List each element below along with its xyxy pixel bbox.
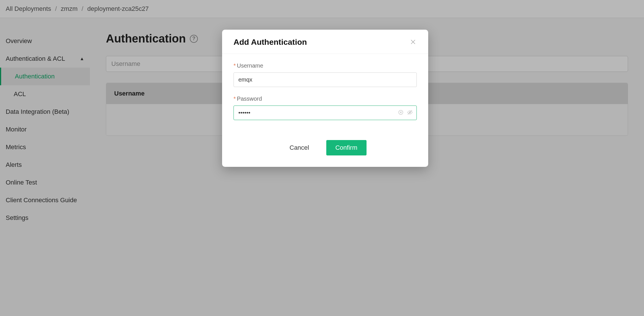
password-field[interactable]: [234, 106, 417, 120]
add-authentication-modal: Add Authentication *Username *Password: [222, 30, 428, 167]
password-label-text: Password: [237, 96, 262, 102]
confirm-button[interactable]: Confirm: [326, 140, 367, 155]
required-indicator: *: [234, 96, 236, 102]
close-icon[interactable]: [409, 37, 417, 47]
cancel-button[interactable]: Cancel: [284, 141, 315, 155]
password-label: *Password: [234, 96, 417, 102]
required-indicator: *: [234, 62, 236, 69]
eye-off-icon[interactable]: [407, 110, 413, 116]
username-label: *Username: [234, 62, 417, 69]
username-label-text: Username: [237, 62, 263, 69]
username-field[interactable]: [234, 72, 417, 87]
modal-title: Add Authentication: [234, 38, 307, 47]
clear-icon[interactable]: [398, 110, 404, 116]
